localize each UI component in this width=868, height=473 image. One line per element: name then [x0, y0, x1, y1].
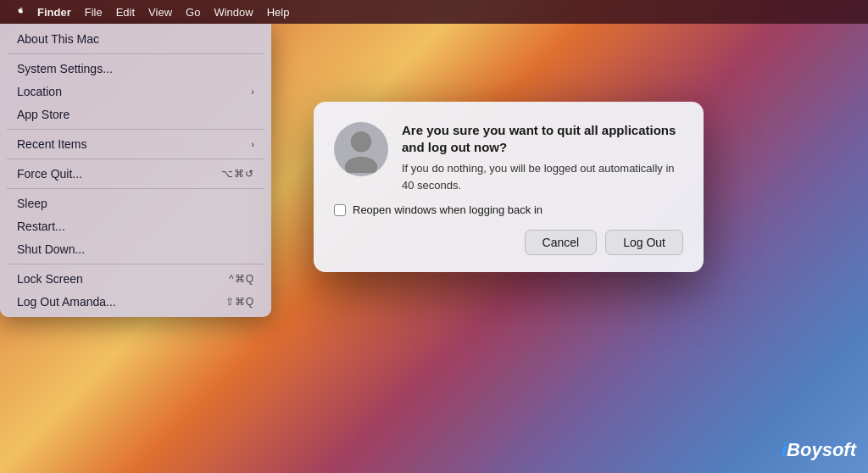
dialog-text: Are you sure you want to quit all applic… [402, 122, 683, 193]
menu-separator-4 [7, 188, 264, 189]
menubar-file[interactable]: File [78, 0, 109, 24]
iboysoft-watermark: iBoysoft [782, 439, 856, 461]
dialog-body: If you do nothing, you will be logged ou… [402, 160, 683, 193]
menu-item-system-settings[interactable]: System Settings... [3, 58, 268, 80]
menu-item-shut-down[interactable]: Shut Down... [3, 238, 268, 260]
cancel-button[interactable]: Cancel [525, 230, 598, 255]
apple-dropdown-menu: About This Mac System Settings... Locati… [0, 24, 271, 317]
dialog-header: Are you sure you want to quit all applic… [334, 122, 683, 193]
menu-item-location[interactable]: Location › [3, 81, 268, 103]
watermark-rest: Boysoft [787, 439, 856, 460]
menu-item-about[interactable]: About This Mac [3, 28, 268, 50]
menu-item-restart[interactable]: Restart... [3, 215, 268, 237]
chevron-right-icon-2: › [251, 139, 254, 149]
lock-screen-shortcut: ^⌘Q [229, 273, 254, 285]
menu-separator-2 [7, 129, 264, 130]
menubar: Finder File Edit View Go Window Help [0, 0, 868, 24]
apple-menu-button[interactable] [7, 0, 31, 24]
menu-item-app-store[interactable]: App Store [3, 103, 268, 125]
dialog-title: Are you sure you want to quit all applic… [402, 122, 683, 155]
menu-separator-5 [7, 264, 264, 264]
checkbox-row: Reopen windows when logging back in [334, 203, 683, 216]
menu-item-force-quit[interactable]: Force Quit... ⌥⌘↺ [3, 163, 268, 185]
menubar-window[interactable]: Window [207, 0, 259, 24]
logout-button[interactable]: Log Out [605, 230, 683, 255]
menu-item-sleep[interactable]: Sleep [3, 192, 268, 214]
log-out-shortcut: ⇧⌘Q [225, 296, 254, 308]
menubar-help[interactable]: Help [260, 0, 297, 24]
svg-point-1 [345, 157, 378, 173]
avatar [334, 122, 388, 176]
menu-item-log-out[interactable]: Log Out Amanda... ⇧⌘Q [3, 291, 268, 313]
reopen-windows-checkbox[interactable] [334, 204, 346, 216]
menu-separator-1 [7, 53, 264, 54]
menu-item-lock-screen[interactable]: Lock Screen ^⌘Q [3, 268, 268, 290]
logout-dialog: Are you sure you want to quit all applic… [314, 102, 704, 272]
menubar-edit[interactable]: Edit [109, 0, 142, 24]
reopen-windows-label: Reopen windows when logging back in [353, 203, 542, 216]
menu-item-recent-items[interactable]: Recent Items › [3, 133, 268, 155]
force-quit-shortcut: ⌥⌘↺ [221, 168, 254, 180]
menubar-view[interactable]: View [142, 0, 179, 24]
menubar-go[interactable]: Go [179, 0, 207, 24]
chevron-right-icon: › [251, 86, 254, 97]
dialog-buttons: Cancel Log Out [334, 230, 683, 255]
menubar-finder[interactable]: Finder [31, 0, 78, 24]
menu-separator-3 [7, 159, 264, 159]
svg-point-0 [351, 131, 372, 153]
